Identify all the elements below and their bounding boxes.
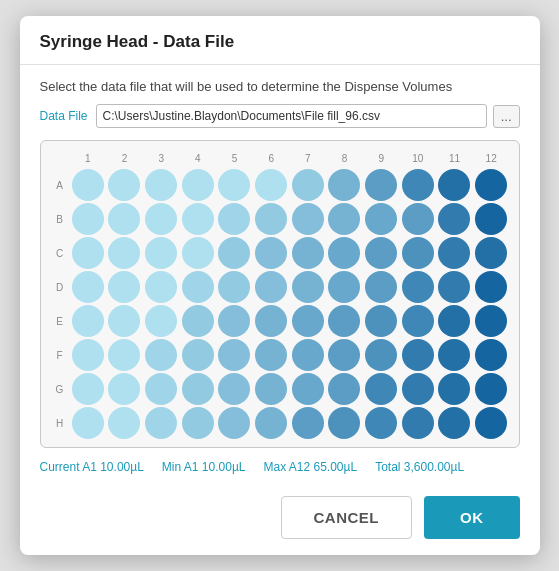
well-G4[interactable] <box>182 373 214 405</box>
well-C2[interactable] <box>108 237 140 269</box>
well-F2[interactable] <box>108 339 140 371</box>
well-A8[interactable] <box>328 169 360 201</box>
well-E12[interactable] <box>475 305 507 337</box>
well-F1[interactable] <box>72 339 104 371</box>
well-D12[interactable] <box>475 271 507 303</box>
well-G7[interactable] <box>292 373 324 405</box>
well-G3[interactable] <box>145 373 177 405</box>
well-B1[interactable] <box>72 203 104 235</box>
well-C10[interactable] <box>402 237 434 269</box>
well-B12[interactable] <box>475 203 507 235</box>
well-C8[interactable] <box>328 237 360 269</box>
well-D8[interactable] <box>328 271 360 303</box>
well-C12[interactable] <box>475 237 507 269</box>
well-B4[interactable] <box>182 203 214 235</box>
well-D9[interactable] <box>365 271 397 303</box>
well-D6[interactable] <box>255 271 287 303</box>
well-E11[interactable] <box>438 305 470 337</box>
well-E6[interactable] <box>255 305 287 337</box>
well-H6[interactable] <box>255 407 287 439</box>
well-C5[interactable] <box>218 237 250 269</box>
well-D10[interactable] <box>402 271 434 303</box>
well-A5[interactable] <box>218 169 250 201</box>
well-G8[interactable] <box>328 373 360 405</box>
well-F3[interactable] <box>145 339 177 371</box>
well-D2[interactable] <box>108 271 140 303</box>
well-H8[interactable] <box>328 407 360 439</box>
well-A9[interactable] <box>365 169 397 201</box>
well-A4[interactable] <box>182 169 214 201</box>
well-G12[interactable] <box>475 373 507 405</box>
well-B8[interactable] <box>328 203 360 235</box>
well-A11[interactable] <box>438 169 470 201</box>
well-E2[interactable] <box>108 305 140 337</box>
well-A10[interactable] <box>402 169 434 201</box>
well-G5[interactable] <box>218 373 250 405</box>
well-C3[interactable] <box>145 237 177 269</box>
well-E8[interactable] <box>328 305 360 337</box>
well-A12[interactable] <box>475 169 507 201</box>
well-G9[interactable] <box>365 373 397 405</box>
well-D5[interactable] <box>218 271 250 303</box>
well-E4[interactable] <box>182 305 214 337</box>
well-G2[interactable] <box>108 373 140 405</box>
well-A7[interactable] <box>292 169 324 201</box>
cancel-button[interactable]: CANCEL <box>281 496 413 539</box>
well-H5[interactable] <box>218 407 250 439</box>
well-F12[interactable] <box>475 339 507 371</box>
well-G11[interactable] <box>438 373 470 405</box>
well-B2[interactable] <box>108 203 140 235</box>
browse-button[interactable]: ... <box>493 105 520 128</box>
well-B9[interactable] <box>365 203 397 235</box>
well-H12[interactable] <box>475 407 507 439</box>
well-D4[interactable] <box>182 271 214 303</box>
well-H9[interactable] <box>365 407 397 439</box>
well-E10[interactable] <box>402 305 434 337</box>
well-B6[interactable] <box>255 203 287 235</box>
well-F6[interactable] <box>255 339 287 371</box>
well-C7[interactable] <box>292 237 324 269</box>
well-A1[interactable] <box>72 169 104 201</box>
well-C6[interactable] <box>255 237 287 269</box>
well-C1[interactable] <box>72 237 104 269</box>
well-G6[interactable] <box>255 373 287 405</box>
well-B3[interactable] <box>145 203 177 235</box>
well-D11[interactable] <box>438 271 470 303</box>
data-file-input[interactable] <box>96 104 487 128</box>
well-C4[interactable] <box>182 237 214 269</box>
well-F11[interactable] <box>438 339 470 371</box>
well-B11[interactable] <box>438 203 470 235</box>
well-B7[interactable] <box>292 203 324 235</box>
well-A2[interactable] <box>108 169 140 201</box>
well-H7[interactable] <box>292 407 324 439</box>
well-A3[interactable] <box>145 169 177 201</box>
well-E1[interactable] <box>72 305 104 337</box>
well-D3[interactable] <box>145 271 177 303</box>
well-H10[interactable] <box>402 407 434 439</box>
well-H1[interactable] <box>72 407 104 439</box>
well-G1[interactable] <box>72 373 104 405</box>
well-F9[interactable] <box>365 339 397 371</box>
well-B10[interactable] <box>402 203 434 235</box>
well-E7[interactable] <box>292 305 324 337</box>
well-G10[interactable] <box>402 373 434 405</box>
well-E9[interactable] <box>365 305 397 337</box>
well-A6[interactable] <box>255 169 287 201</box>
well-F10[interactable] <box>402 339 434 371</box>
well-H11[interactable] <box>438 407 470 439</box>
well-E5[interactable] <box>218 305 250 337</box>
well-H4[interactable] <box>182 407 214 439</box>
well-D7[interactable] <box>292 271 324 303</box>
well-F7[interactable] <box>292 339 324 371</box>
well-F8[interactable] <box>328 339 360 371</box>
well-H2[interactable] <box>108 407 140 439</box>
ok-button[interactable]: OK <box>424 496 520 539</box>
well-F5[interactable] <box>218 339 250 371</box>
well-H3[interactable] <box>145 407 177 439</box>
well-E3[interactable] <box>145 305 177 337</box>
well-C11[interactable] <box>438 237 470 269</box>
well-C9[interactable] <box>365 237 397 269</box>
well-F4[interactable] <box>182 339 214 371</box>
well-D1[interactable] <box>72 271 104 303</box>
well-B5[interactable] <box>218 203 250 235</box>
